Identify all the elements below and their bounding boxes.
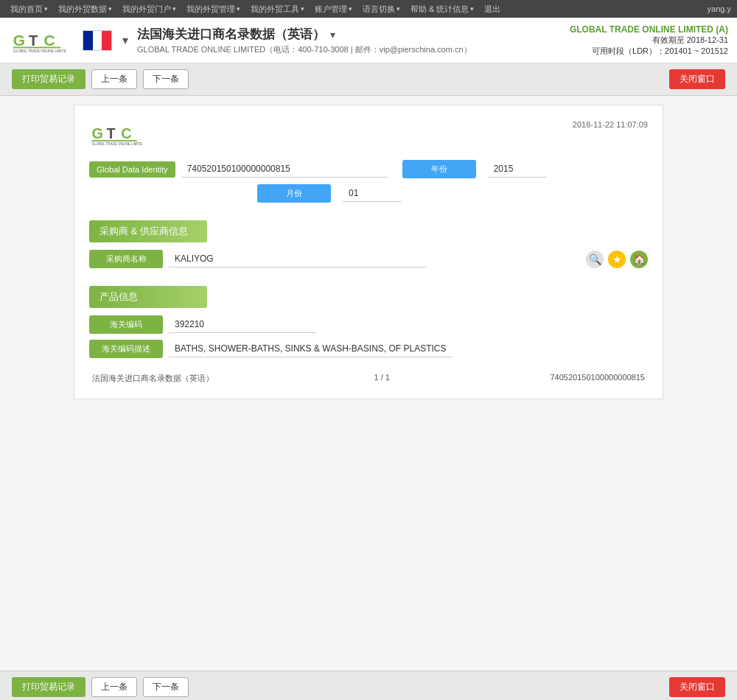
- page-title: 法国海关进口商名录数据（英语） ▾: [137, 26, 570, 43]
- nav-mgmt-arrow: ▾: [237, 5, 240, 13]
- global-identity-label: Global Data Identity: [89, 161, 175, 178]
- nav-portal-arrow: ▾: [172, 5, 176, 13]
- flag-arrow: ▾: [122, 33, 128, 47]
- footer-dataset: 法国海关进口商名录数据（英语）: [92, 373, 214, 384]
- bottom-toolbar: 打印贸易记录 上一条 下一条 关闭窗口: [0, 671, 737, 700]
- france-flag: [83, 30, 112, 51]
- svg-text:GLOBAL TRADE ONLINE LIMITED: GLOBAL TRADE ONLINE LIMITED: [92, 142, 142, 146]
- svg-rect-11: [92, 140, 137, 141]
- buyer-name-label: 采购商名称: [89, 250, 163, 268]
- footer-id: 740520150100000000815: [551, 373, 645, 384]
- star-icon[interactable]: ★: [608, 251, 626, 268]
- global-identity-value: 740520150100000000815: [181, 161, 388, 178]
- nav-language[interactable]: 语言切换 ▾: [358, 0, 405, 18]
- buyer-name-value: KALIYOG: [169, 251, 427, 267]
- doc-footer-line: 法国海关进口商名录数据（英语） 1 / 1 740520150100000000…: [89, 373, 648, 384]
- nav-logout[interactable]: 退出: [480, 0, 505, 18]
- nav-help-arrow: ▾: [470, 5, 474, 13]
- nav-home-arrow: ▾: [44, 5, 48, 13]
- print-button-top[interactable]: 打印贸易记录: [12, 69, 85, 89]
- header-logo-section: G T C GLOBAL TRADE ONLINE LIMITED ▾: [9, 24, 128, 57]
- customs-code-value: 392210: [169, 316, 316, 333]
- buyer-section-header: 采购商 & 供应商信息: [89, 209, 648, 250]
- year-pair: 年份 2015: [402, 160, 547, 178]
- search-icon[interactable]: 🔍: [586, 251, 604, 268]
- doc-header: G T C GLOBAL TRADE ONLINE LIMITED 2018-1…: [89, 120, 648, 148]
- prev-button-top[interactable]: 上一条: [91, 69, 137, 89]
- expire-label: 有效期至 2018-12-31: [570, 35, 728, 46]
- customs-desc-label: 海关编码描述: [89, 340, 163, 358]
- month-pair: 月份 01: [257, 184, 402, 203]
- gtc-logo: G T C GLOBAL TRADE ONLINE LIMITED: [10, 26, 66, 55]
- buyer-section-title: 采购商 & 供应商信息: [89, 220, 207, 242]
- header-title-section: 法国海关进口商名录数据（英语） ▾ GLOBAL TRADE ONLINE LI…: [128, 26, 570, 55]
- top-nav: 我的首页 ▾ 我的外贸数据 ▾ 我的外贸门户 ▾ 我的外贸管理 ▾ 我的外贸工具…: [0, 0, 737, 18]
- top-nav-left: 我的首页 ▾ 我的外贸数据 ▾ 我的外贸门户 ▾ 我的外贸管理 ▾ 我的外贸工具…: [6, 0, 505, 18]
- nav-portal-label: 我的外贸门户: [122, 4, 171, 15]
- action-icons: 🔍 ★ 🏠: [586, 251, 648, 268]
- username: yang.y: [708, 4, 731, 13]
- logo-box: G T C GLOBAL TRADE ONLINE LIMITED: [9, 24, 68, 57]
- nav-help-label: 帮助 & 统计信息: [411, 4, 469, 15]
- global-identity-row: Global Data Identity 7405201501000000008…: [89, 160, 648, 178]
- next-button-top[interactable]: 下一条: [143, 69, 189, 89]
- nav-home[interactable]: 我的首页 ▾: [6, 0, 52, 18]
- product-section-header: 产品信息: [89, 274, 648, 315]
- header-right: GLOBAL TRADE ONLINE LIMITED (A) 有效期至 201…: [570, 24, 728, 57]
- svg-rect-5: [13, 46, 61, 48]
- nav-trade-data-label: 我的外贸数据: [58, 4, 107, 15]
- month-label: 月份: [257, 184, 331, 203]
- nav-language-arrow: ▾: [397, 5, 400, 13]
- nav-portal[interactable]: 我的外贸门户 ▾: [118, 0, 181, 18]
- title-arrow: ▾: [330, 29, 335, 41]
- nav-mgmt-label: 我的外贸管理: [186, 4, 235, 15]
- title-text: 法国海关进口商名录数据（英语）: [137, 27, 325, 41]
- header-bar: G T C GLOBAL TRADE ONLINE LIMITED ▾ 法国海关…: [0, 18, 737, 63]
- customs-desc-row: 海关编码描述 BATHS, SHOWER-BATHS, SINKS & WASH…: [89, 340, 648, 358]
- svg-text:C: C: [44, 31, 55, 48]
- nav-trade-data[interactable]: 我的外贸数据 ▾: [54, 0, 116, 18]
- nav-language-label: 语言切换: [363, 4, 395, 15]
- customs-desc-value: BATHS, SHOWER-BATHS, SINKS & WASH-BASINS…: [169, 340, 453, 357]
- svg-text:G: G: [92, 125, 103, 141]
- year-value: 2015: [488, 161, 547, 178]
- nav-account-arrow: ▾: [349, 5, 352, 13]
- next-button-bottom[interactable]: 下一条: [143, 677, 189, 697]
- nav-tools[interactable]: 我的外贸工具 ▾: [246, 0, 309, 18]
- close-button-bottom[interactable]: 关闭窗口: [669, 677, 725, 697]
- nav-tools-arrow: ▾: [301, 5, 304, 13]
- close-button-top[interactable]: 关闭窗口: [669, 69, 725, 89]
- month-row: 月份 01: [242, 184, 648, 203]
- nav-help[interactable]: 帮助 & 统计信息 ▾: [406, 0, 478, 18]
- doc-timestamp: 2018-11-22 11:07:09: [573, 120, 648, 129]
- document-card: G T C GLOBAL TRADE ONLINE LIMITED 2018-1…: [74, 105, 663, 399]
- nav-logout-label: 退出: [484, 4, 500, 15]
- home-icon[interactable]: 🏠: [630, 251, 648, 268]
- svg-text:T: T: [106, 125, 115, 141]
- doc-logo: G T C GLOBAL TRADE ONLINE LIMITED: [89, 120, 142, 148]
- print-button-bottom[interactable]: 打印贸易记录: [12, 677, 85, 697]
- nav-account-label: 账户管理: [315, 4, 347, 15]
- month-value: 01: [343, 185, 402, 202]
- nav-trade-data-arrow: ▾: [108, 5, 112, 13]
- company-name: GLOBAL TRADE ONLINE LIMITED (A): [570, 24, 728, 35]
- nav-mgmt[interactable]: 我的外贸管理 ▾: [182, 0, 245, 18]
- main-content: G T C GLOBAL TRADE ONLINE LIMITED 2018-1…: [0, 96, 737, 671]
- footer-page: 1 / 1: [374, 373, 390, 384]
- doc-gtc-logo: G T C GLOBAL TRADE ONLINE LIMITED: [89, 120, 142, 148]
- prev-button-bottom[interactable]: 上一条: [91, 677, 137, 697]
- ldr-label: 可用时段（LDR）：201401 ~ 201512: [570, 46, 728, 57]
- nav-tools-label: 我的外贸工具: [251, 4, 299, 15]
- top-toolbar: 打印贸易记录 上一条 下一条 关闭窗口: [0, 63, 737, 96]
- product-section-title: 产品信息: [89, 286, 207, 308]
- nav-account[interactable]: 账户管理 ▾: [310, 0, 357, 18]
- customs-code-label: 海关编码: [89, 315, 163, 334]
- svg-text:T: T: [29, 31, 38, 48]
- customs-code-row: 海关编码 392210: [89, 315, 648, 334]
- svg-text:GLOBAL TRADE ONLINE LIMITED: GLOBAL TRADE ONLINE LIMITED: [13, 49, 66, 53]
- header-subtitle: GLOBAL TRADE ONLINE LIMITED（电话：400-710-3…: [137, 44, 570, 55]
- year-label: 年份: [402, 160, 476, 178]
- top-nav-user: yang.y: [708, 4, 731, 13]
- svg-text:C: C: [121, 125, 131, 141]
- buyer-name-row: 采购商名称 KALIYOG 🔍 ★ 🏠: [89, 250, 648, 268]
